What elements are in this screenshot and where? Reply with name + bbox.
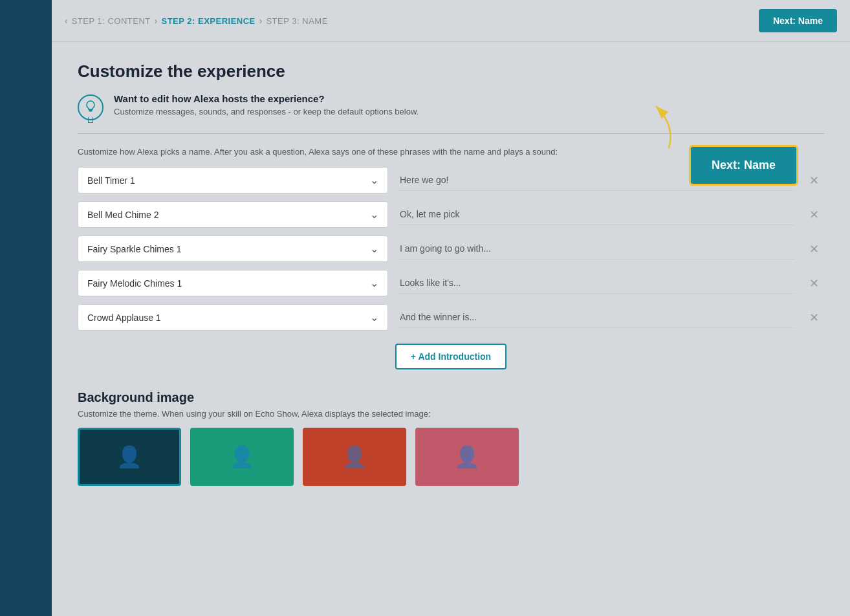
- remove-button-4[interactable]: ✕: [804, 274, 824, 293]
- info-heading: Want to edit how Alexa hosts the experie…: [114, 93, 419, 104]
- phrase-input-2[interactable]: [397, 204, 795, 225]
- phrase-input-4[interactable]: [397, 272, 795, 294]
- bg-image-thumb-2[interactable]: 👤: [190, 428, 294, 486]
- arrow-annotation: [617, 100, 682, 151]
- intro-row-4: Fairy Melodic Chimes 1 ⌄ ✕: [78, 270, 824, 296]
- next-name-main-button[interactable]: Next: Name: [689, 145, 798, 186]
- chevron-down-icon-3: ⌄: [370, 243, 378, 255]
- step1-label[interactable]: STEP 1: CONTENT: [72, 16, 151, 26]
- sound-select-1[interactable]: Bell Timer 1 ⌄: [78, 167, 388, 193]
- intro-row-3: Fairy Sparkle Chimes 1 ⌄ ✕: [78, 236, 824, 262]
- intro-row-5: Crowd Applause 1 ⌄ ✕: [78, 304, 824, 331]
- info-banner: Want to edit how Alexa hosts the experie…: [78, 93, 824, 120]
- sound-select-4[interactable]: Fairy Melodic Chimes 1 ⌄: [78, 270, 388, 296]
- remove-button-2[interactable]: ✕: [804, 205, 824, 225]
- person-icon-1: 👤: [116, 445, 142, 469]
- bg-section-title: Background image: [78, 390, 824, 405]
- background-images-row: 👤 👤 👤 👤: [78, 428, 824, 486]
- left-sidebar: [0, 0, 52, 616]
- chevron-down-icon-5: ⌄: [370, 311, 378, 324]
- intro-row-2: Bell Med Chime 2 ⌄ ✕: [78, 201, 824, 228]
- remove-button-1[interactable]: ✕: [804, 171, 824, 190]
- sound-label-4: Fairy Melodic Chimes 1: [87, 278, 370, 289]
- top-nav: ‹ STEP 1: CONTENT › STEP 2: EXPERIENCE ›…: [52, 0, 850, 42]
- chevron-down-icon-1: ⌄: [370, 174, 378, 186]
- sound-label-1: Bell Timer 1: [87, 175, 370, 186]
- lightbulb-icon: [78, 94, 104, 120]
- breadcrumb-sep1: ›: [155, 16, 158, 26]
- phrase-input-5[interactable]: [397, 307, 795, 328]
- next-name-nav-button[interactable]: Next: Name: [759, 9, 837, 32]
- remove-button-5[interactable]: ✕: [804, 308, 824, 327]
- back-arrow-icon: ‹: [65, 16, 68, 26]
- chevron-down-icon-4: ⌄: [370, 277, 378, 289]
- sound-label-3: Fairy Sparkle Chimes 1: [87, 244, 370, 254]
- page-title: Customize the experience: [78, 61, 824, 82]
- sound-select-2[interactable]: Bell Med Chime 2 ⌄: [78, 201, 388, 228]
- info-description: Customize messages, sounds, and response…: [114, 107, 419, 116]
- svg-rect-0: [89, 109, 93, 111]
- background-image-section: Background image Customize the theme. Wh…: [78, 390, 824, 486]
- add-introduction-button[interactable]: + Add Introduction: [395, 344, 507, 369]
- content-area: Customize the experience Want to edit ho…: [52, 42, 850, 616]
- sound-label-5: Crowd Applause 1: [87, 313, 370, 323]
- step3-label[interactable]: STEP 3: NAME: [266, 16, 327, 26]
- main-container: ‹ STEP 1: CONTENT › STEP 2: EXPERIENCE ›…: [52, 0, 850, 616]
- person-icon-4: 👤: [454, 445, 480, 469]
- section-divider: [78, 133, 824, 134]
- info-text: Want to edit how Alexa hosts the experie…: [114, 93, 419, 116]
- breadcrumb-sep2: ›: [259, 16, 263, 26]
- remove-button-3[interactable]: ✕: [804, 239, 824, 259]
- phrase-input-3[interactable]: [397, 238, 795, 259]
- sound-label-2: Bell Med Chime 2: [87, 210, 370, 220]
- sound-select-3[interactable]: Fairy Sparkle Chimes 1 ⌄: [78, 236, 388, 262]
- bg-image-thumb-1[interactable]: 👤: [78, 428, 181, 486]
- person-icon-2: 👤: [229, 445, 255, 469]
- sound-select-5[interactable]: Crowd Applause 1 ⌄: [78, 304, 388, 331]
- bg-section-desc: Customize the theme. When using your ski…: [78, 409, 824, 419]
- person-icon-3: 👤: [342, 445, 367, 469]
- step2-label[interactable]: STEP 2: EXPERIENCE: [161, 16, 255, 26]
- introductions-list: Bell Timer 1 ⌄ ✕ Bell Med Chime 2 ⌄ ✕ Fa…: [78, 167, 824, 331]
- chevron-down-icon-2: ⌄: [370, 208, 378, 221]
- bg-image-thumb-3[interactable]: 👤: [303, 428, 406, 486]
- svg-rect-1: [89, 111, 93, 112]
- breadcrumb: ‹ STEP 1: CONTENT › STEP 2: EXPERIENCE ›…: [65, 16, 328, 26]
- bg-image-thumb-4[interactable]: 👤: [415, 428, 519, 486]
